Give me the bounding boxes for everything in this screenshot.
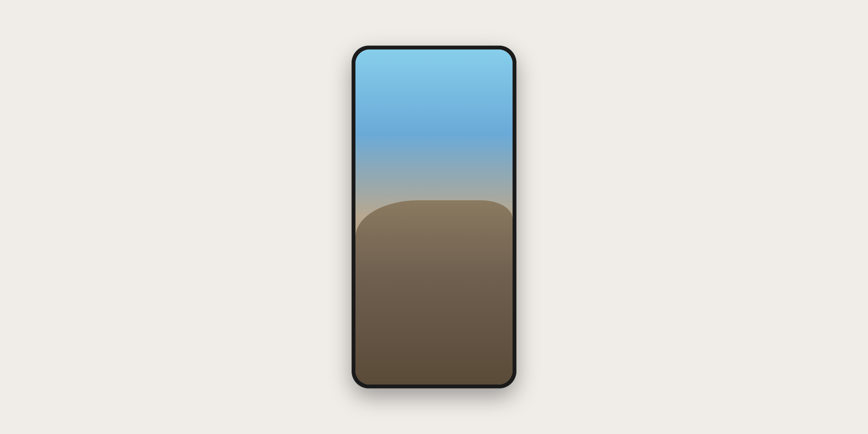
phone-screen: 12:30 ▾ xyxy=(355,50,513,384)
album-landscape-thumb xyxy=(436,272,508,345)
albums-grid: ☆ Favorites xyxy=(360,107,508,351)
landscape-photo xyxy=(436,272,508,345)
phone-frame: 12:30 ▾ xyxy=(351,45,517,389)
content-area: + New album Most recent photo xyxy=(355,95,513,356)
album-landscape[interactable] xyxy=(436,272,508,346)
